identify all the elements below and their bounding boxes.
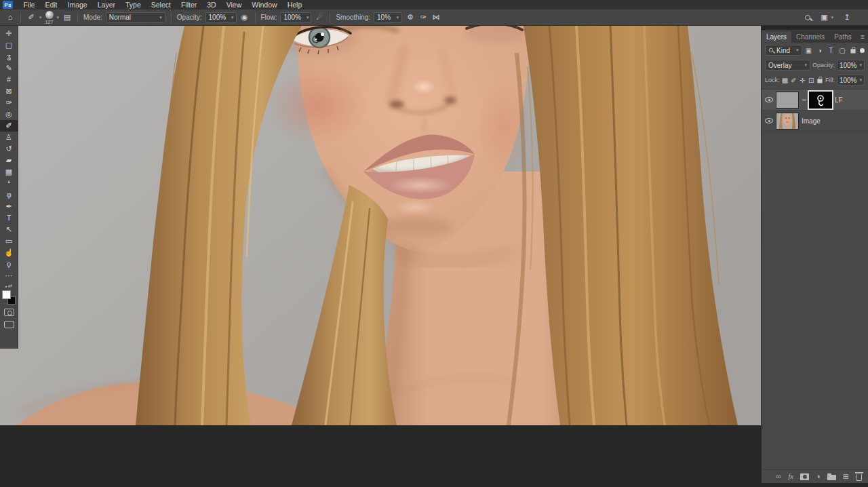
layer-thumbnail-photo[interactable] (776, 113, 799, 130)
delete-layer-icon[interactable] (856, 474, 862, 481)
lock-paint-icon[interactable]: ✐ (790, 77, 797, 84)
blend-mode-select[interactable]: Normal ▾ (106, 12, 165, 23)
menu-file[interactable]: File (18, 0, 40, 9)
opacity-select[interactable]: 100% ▾ (205, 12, 237, 23)
home-icon[interactable]: ⌂ (5, 14, 15, 21)
tool-clone-stamp[interactable]: ♙ (0, 132, 18, 143)
menu-window[interactable]: Window (247, 0, 282, 9)
chevron-down-icon: ▾ (159, 15, 162, 20)
chevron-down-icon: ▾ (57, 15, 60, 20)
paint-symmetry-icon[interactable]: ⋈ (431, 14, 441, 21)
lock-artboard-icon[interactable]: ⊡ (808, 77, 814, 84)
tool-eraser[interactable]: ▰ (0, 155, 18, 166)
tool-frame[interactable]: ⊠ (0, 85, 18, 97)
new-layer-icon[interactable]: ⊞ (843, 473, 849, 480)
workspace-switcher-icon[interactable]: ▣ (819, 14, 829, 21)
menu-filter[interactable]: Filter (176, 0, 201, 9)
menu-image[interactable]: Image (62, 0, 92, 9)
search-icon[interactable] (805, 15, 810, 20)
tool-quick-selection[interactable]: ✎ (0, 62, 18, 74)
filter-adjustment-layers-icon[interactable]: ◑ (815, 47, 825, 54)
new-adjustment-layer-icon[interactable]: ◑ (816, 473, 821, 480)
chevron-down-icon: ▾ (397, 15, 399, 20)
brush-settings-panel-icon[interactable]: ▤ (62, 14, 72, 21)
airbrush-icon[interactable]: ☄ (315, 14, 324, 21)
brush-size-value: 127 (45, 20, 54, 24)
smoothing-options-gear-icon[interactable]: ⚙ (406, 14, 415, 21)
filter-kind-select[interactable]: Kind ▾ (765, 45, 802, 56)
filter-smart-objects-icon[interactable] (849, 46, 859, 55)
layers-panel-footer: ∞ fx ◑ ⊞ (762, 469, 868, 483)
layer-thumbnail-gray[interactable] (776, 92, 799, 109)
layer-style-fx-icon[interactable]: fx (788, 473, 793, 480)
layer-blend-mode-select[interactable]: Overlay ▾ (765, 60, 810, 71)
tool-type[interactable]: T (0, 212, 18, 224)
filter-pixel-layers-icon[interactable]: ▣ (804, 47, 814, 54)
menu-help[interactable]: Help (282, 0, 307, 9)
menu-type[interactable]: Type (120, 0, 146, 9)
layer-name[interactable]: LF (835, 96, 843, 104)
lock-all-icon[interactable] (816, 76, 823, 85)
new-group-icon[interactable] (827, 475, 836, 480)
filter-type-layers-icon[interactable]: T (827, 47, 836, 54)
tool-hand[interactable]: ☝ (0, 247, 18, 258)
quick-mask-mode-button[interactable] (4, 309, 14, 316)
layer-fill-select[interactable]: 100% ▾ (837, 75, 865, 85)
lock-label: Lock: (765, 77, 780, 83)
menu-view[interactable]: View (221, 0, 247, 9)
tool-move[interactable]: ✛ (0, 28, 18, 39)
layer-visibility-eye-icon[interactable] (765, 97, 773, 102)
tool-dodge[interactable]: φ (0, 189, 18, 201)
menu-select[interactable]: Select (146, 0, 176, 9)
document-canvas[interactable] (0, 26, 761, 425)
tool-blur[interactable]: ❛ (0, 178, 18, 189)
smoothing-select[interactable]: 10% ▾ (374, 12, 402, 23)
pen-pressure-opacity-icon[interactable]: ◉ (240, 14, 250, 21)
brush-preset-picker[interactable]: 127 (45, 11, 54, 24)
tool-rectangle[interactable]: ▭ (0, 235, 18, 247)
pen-pressure-size-icon[interactable]: ✑ (418, 14, 428, 21)
layer-row-lf[interactable]: ∞ LF (762, 90, 868, 111)
add-layer-mask-icon[interactable] (800, 473, 809, 480)
tool-spot-healing[interactable]: ◎ (0, 109, 18, 120)
edit-toolbar-ellipsis[interactable]: ⋯ (0, 270, 18, 281)
swap-colors-icon[interactable]: ⇄ (8, 284, 12, 289)
flow-select[interactable]: 100% ▾ (280, 12, 311, 23)
tool-path-selection[interactable]: ↖ (0, 224, 18, 235)
default-colors-icon[interactable]: ▪ (5, 284, 7, 289)
tab-channels[interactable]: Channels (791, 31, 829, 43)
brush-tool-icon[interactable]: ✐ (26, 14, 36, 21)
flow-value: 100% (283, 14, 301, 21)
link-layers-icon[interactable]: ∞ (776, 473, 781, 480)
tab-layers[interactable]: Layers (762, 31, 791, 43)
tool-marquee[interactable]: ▢ (0, 39, 18, 51)
tool-gradient[interactable]: ▦ (0, 166, 18, 178)
tool-history-brush[interactable]: ↺ (0, 143, 18, 155)
foreground-color-swatch[interactable] (2, 290, 11, 299)
layer-row-image[interactable]: Image (762, 111, 868, 132)
menu-edit[interactable]: Edit (40, 0, 62, 9)
brush-cursor (311, 35, 321, 44)
layer-mask-thumbnail[interactable] (809, 92, 832, 109)
screen-mode-button[interactable] (4, 321, 14, 328)
layer-opacity-select[interactable]: 100% ▾ (837, 60, 865, 71)
tool-lasso[interactable]: ʓ (0, 51, 18, 62)
menu-3d[interactable]: 3D (202, 0, 221, 9)
share-icon[interactable]: ↥ (842, 14, 852, 21)
panel-menu-icon[interactable]: ≡ (857, 31, 868, 43)
layer-filtering-toggle[interactable] (860, 48, 865, 53)
tool-pen[interactable]: ✒ (0, 201, 18, 212)
fill-label: Fill: (825, 77, 835, 83)
tools-palette: ✛ ▢ ʓ ✎ # ⊠ ✑ ◎ ✐ ♙ ↺ ▰ ▦ ❛ φ ✒ T ↖ ▭ ☝ … (0, 26, 18, 349)
menu-layer[interactable]: Layer (92, 0, 120, 9)
tool-brush[interactable]: ✐ (0, 120, 18, 132)
layer-name[interactable]: Image (802, 117, 821, 125)
filter-shape-layers-icon[interactable]: ▢ (837, 47, 847, 54)
tab-paths[interactable]: Paths (829, 31, 856, 43)
tool-eyedropper[interactable]: ✑ (0, 97, 18, 109)
layer-visibility-eye-icon[interactable] (765, 118, 773, 123)
tool-zoom[interactable]: ϙ (0, 258, 18, 270)
lock-transparency-icon[interactable]: ▩ (782, 77, 789, 84)
tool-crop[interactable]: # (0, 74, 18, 85)
lock-position-icon[interactable]: ✛ (799, 77, 806, 84)
